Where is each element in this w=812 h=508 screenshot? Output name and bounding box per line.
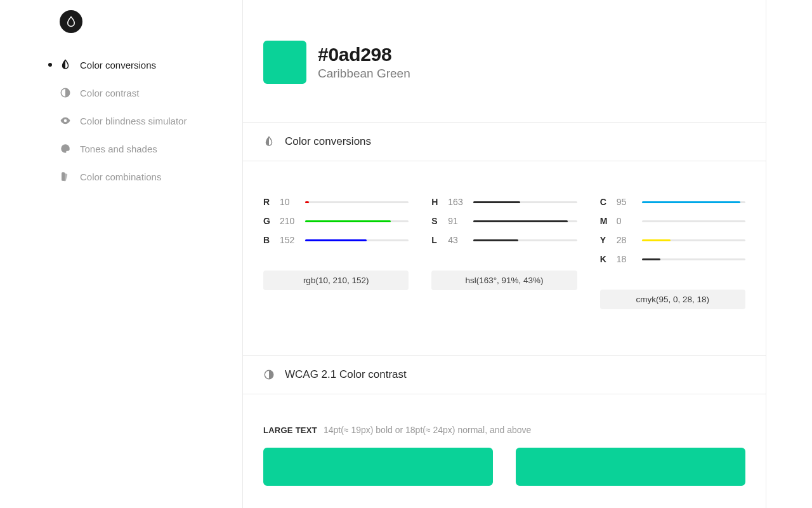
channel-row: H163: [431, 197, 577, 207]
sidebar-item-label: Color conversions: [80, 60, 156, 70]
channel-label: R: [263, 197, 273, 207]
channel-label: Y: [600, 235, 610, 245]
logo[interactable]: [60, 10, 82, 33]
channel-bar-fill: [642, 239, 671, 241]
channel-value: 95: [617, 197, 636, 207]
channel-value: 91: [448, 216, 467, 226]
contrast-icon: [60, 87, 71, 98]
large-text-desc: 14pt(≈ 19px) bold or 18pt(≈ 24px) normal…: [324, 425, 531, 435]
sidebar-item-label: Color contrast: [80, 88, 139, 98]
color-hex: #0ad298: [318, 44, 410, 65]
sidebar-item-label: Tones and shades: [80, 144, 157, 154]
channel-bar: [642, 258, 745, 260]
channel-label: L: [431, 235, 442, 245]
channel-bar: [473, 201, 577, 203]
channel-label: G: [263, 216, 273, 226]
channel-label: C: [600, 197, 610, 207]
color-header: #0ad298 Caribbean Green: [243, 0, 766, 122]
channel-value: 163: [448, 197, 467, 207]
channel-bar-fill: [473, 220, 568, 222]
eye-icon: [60, 115, 71, 126]
channel-bar: [473, 220, 577, 222]
channel-value: 210: [280, 216, 299, 226]
channel-bar: [305, 220, 409, 222]
nav-list: Color conversions Color contrast Color b…: [60, 51, 242, 190]
color-code-chip[interactable]: cmyk(95, 0, 28, 18): [600, 290, 745, 309]
channel-bar: [642, 201, 745, 203]
swatches-icon: [60, 171, 71, 182]
contrast-body: LARGE TEXT 14pt(≈ 19px) bold or 18pt(≈ 2…: [243, 394, 766, 486]
color-code-chip[interactable]: hsl(163°, 91%, 43%): [431, 271, 577, 290]
sidebar-item-tones[interactable]: Tones and shades: [60, 135, 242, 163]
invert-icon: [263, 136, 275, 147]
sidebar-item-label: Color combinations: [80, 171, 161, 182]
conversions-body: R10G210B152rgb(10, 210, 152) H163S91L43h…: [243, 161, 766, 355]
svg-point-1: [64, 119, 67, 123]
channel-bar: [642, 220, 745, 222]
hsl-column: H163S91L43hsl(163°, 91%, 43%): [431, 197, 577, 309]
channel-value: 10: [280, 197, 299, 207]
channel-row: C95: [600, 197, 745, 207]
channel-value: 0: [617, 216, 636, 226]
channel-bar: [473, 239, 577, 241]
sidebar-item-combinations[interactable]: Color combinations: [60, 163, 242, 190]
channel-bar: [305, 201, 409, 203]
sidebar: Color conversions Color contrast Color b…: [0, 0, 242, 508]
channel-label: S: [431, 216, 442, 226]
cmyk-column: C95M0Y28K18cmyk(95, 0, 28, 18): [600, 197, 745, 309]
channel-bar-fill: [305, 220, 391, 222]
contrast-icon: [263, 369, 275, 380]
drop-icon: [65, 16, 77, 27]
channel-bar-fill: [642, 258, 660, 260]
channel-label: M: [600, 216, 610, 226]
sidebar-item-conversions[interactable]: Color conversions: [60, 51, 242, 79]
channel-row: K18: [600, 254, 745, 264]
channel-value: 43: [448, 235, 467, 245]
color-name: Caribbean Green: [318, 67, 410, 81]
section-title-label: WCAG 2.1 Color contrast: [285, 368, 407, 381]
channel-label: H: [431, 197, 442, 207]
channel-row: S91: [431, 216, 577, 226]
sidebar-item-blindness[interactable]: Color blindness simulator: [60, 107, 242, 135]
color-swatch: [263, 41, 306, 84]
channel-value: 18: [617, 254, 636, 264]
large-text-label: LARGE TEXT: [263, 425, 317, 435]
channel-row: Y28: [600, 235, 745, 245]
channel-row: M0: [600, 216, 745, 226]
channel-bar-fill: [305, 239, 367, 241]
channel-row: B152: [263, 235, 409, 245]
channel-label: B: [263, 235, 273, 245]
channel-bar: [642, 239, 745, 241]
channel-bar-fill: [473, 239, 518, 241]
sidebar-item-contrast[interactable]: Color contrast: [60, 79, 242, 107]
channel-row: L43: [431, 235, 577, 245]
main-content: #0ad298 Caribbean Green Color conversion…: [242, 0, 766, 508]
channel-row: G210: [263, 216, 409, 226]
section-title-contrast: WCAG 2.1 Color contrast: [243, 355, 766, 394]
invert-icon: [60, 59, 71, 70]
channel-value: 28: [617, 235, 636, 245]
rgb-column: R10G210B152rgb(10, 210, 152): [263, 197, 409, 309]
channel-value: 152: [280, 235, 299, 245]
section-title-label: Color conversions: [285, 135, 371, 148]
contrast-card: [516, 448, 745, 486]
palette-icon: [60, 143, 71, 154]
channel-bar-fill: [642, 201, 740, 203]
channel-bar-fill: [473, 201, 520, 203]
contrast-card: [263, 448, 493, 486]
color-code-chip[interactable]: rgb(10, 210, 152): [263, 271, 409, 290]
sidebar-item-label: Color blindness simulator: [80, 116, 187, 126]
channel-row: R10: [263, 197, 409, 207]
channel-label: K: [600, 254, 610, 264]
section-title-conversions: Color conversions: [243, 122, 766, 161]
channel-bar-fill: [305, 201, 309, 203]
channel-bar: [305, 239, 409, 241]
